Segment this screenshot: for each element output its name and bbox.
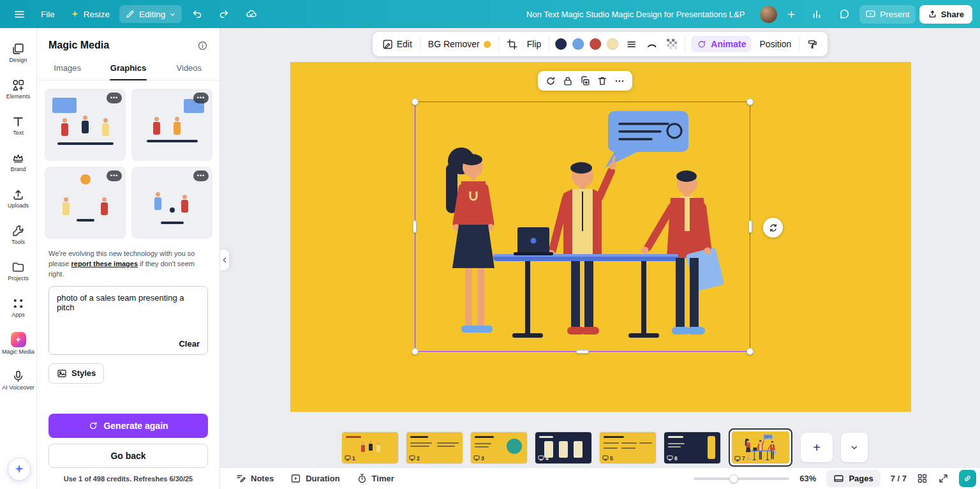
editing-mode-dropdown[interactable]: Editing bbox=[119, 5, 182, 23]
sidebar-item-brand[interactable]: Brand bbox=[1, 144, 36, 180]
thumbnail-more-button[interactable]: ••• bbox=[193, 170, 209, 181]
pages-view-button[interactable]: Pages bbox=[826, 470, 880, 487]
status-bar: Notes Duration Timer 63% Pages 7 / 7 bbox=[220, 467, 980, 489]
info-button[interactable] bbox=[197, 40, 208, 51]
page-thumbnail-6[interactable]: 6 bbox=[664, 432, 720, 463]
page-thumbnail-5[interactable]: 5 bbox=[600, 432, 656, 463]
resize-handle-bottom-right[interactable] bbox=[746, 348, 754, 355]
tab-videos[interactable]: Videos bbox=[159, 57, 219, 80]
page-thumbnail-7-selected[interactable]: 7 bbox=[729, 428, 792, 467]
bg-remover-button[interactable]: BG Remover bbox=[426, 36, 493, 52]
resize-handle-right[interactable] bbox=[748, 220, 752, 233]
thumbnail-more-button[interactable]: ••• bbox=[107, 170, 122, 181]
add-page-button[interactable]: + bbox=[801, 433, 833, 462]
resize-button[interactable]: Resize bbox=[64, 6, 115, 23]
chevron-down-icon bbox=[169, 11, 176, 18]
tab-graphics[interactable]: Graphics bbox=[98, 57, 158, 80]
comments-button[interactable] bbox=[833, 4, 856, 24]
generate-again-button[interactable]: Generate again bbox=[48, 414, 208, 438]
flip-button[interactable]: Flip bbox=[525, 36, 544, 52]
generated-graphic-1[interactable]: ••• bbox=[45, 89, 126, 161]
panel-collapse-button[interactable] bbox=[220, 249, 230, 271]
design-title[interactable]: Non Text Magic Studio Magic Design for P… bbox=[526, 10, 745, 19]
generated-graphic-2[interactable]: ••• bbox=[131, 89, 212, 161]
file-menu-button[interactable]: File bbox=[35, 6, 61, 23]
lock-icon bbox=[562, 75, 574, 87]
redo-button[interactable] bbox=[212, 4, 235, 24]
page-thumbnail-2[interactable]: 2 bbox=[406, 432, 463, 463]
delete-button[interactable] bbox=[597, 75, 608, 87]
tab-images[interactable]: Images bbox=[37, 57, 98, 80]
styles-button[interactable]: Styles bbox=[48, 363, 104, 384]
rotate-handle[interactable] bbox=[763, 218, 783, 237]
thumbnail-more-button[interactable]: ••• bbox=[193, 93, 209, 103]
insights-button[interactable] bbox=[806, 4, 829, 24]
resize-handle-bottom-left[interactable] bbox=[412, 348, 419, 355]
prompt-input[interactable]: photo of a sales team presenting a pitch bbox=[49, 287, 207, 334]
more-options-button[interactable] bbox=[614, 75, 625, 87]
link-icon bbox=[963, 474, 972, 483]
report-images-link[interactable]: report these images bbox=[71, 260, 138, 267]
lock-button[interactable] bbox=[562, 75, 574, 87]
sparkle-icon bbox=[13, 463, 25, 475]
paint-roller-icon bbox=[807, 39, 818, 50]
sidebar-item-projects[interactable]: Projects bbox=[1, 253, 36, 289]
collapse-filmstrip-button[interactable] bbox=[841, 433, 868, 462]
color-swatch-red[interactable] bbox=[590, 38, 601, 50]
page-thumbnail-4[interactable]: 4 bbox=[535, 432, 591, 463]
crop-button[interactable] bbox=[505, 36, 519, 52]
share-link-button[interactable] bbox=[959, 470, 976, 487]
go-back-button[interactable]: Go back bbox=[48, 444, 208, 468]
sidebar-item-design[interactable]: Design bbox=[1, 34, 36, 71]
generated-graphic-4[interactable]: ••• bbox=[131, 167, 212, 239]
add-member-button[interactable] bbox=[781, 6, 802, 23]
color-swatch-navy[interactable] bbox=[555, 38, 567, 50]
resize-handle-bottom[interactable] bbox=[576, 350, 589, 354]
edit-image-button[interactable]: Edit bbox=[380, 36, 414, 52]
undo-button[interactable] bbox=[186, 4, 209, 24]
pencil-icon bbox=[125, 9, 135, 19]
sidebar-item-apps[interactable]: Apps bbox=[1, 289, 36, 326]
transparency-button[interactable] bbox=[665, 36, 679, 52]
resize-handle-top-right[interactable] bbox=[746, 98, 754, 105]
folder-icon bbox=[11, 260, 25, 274]
page-thumbnail-1[interactable]: 1 bbox=[342, 432, 398, 463]
curve-button[interactable] bbox=[644, 36, 659, 52]
regenerate-button[interactable] bbox=[545, 75, 556, 87]
notes-button[interactable]: Notes bbox=[235, 473, 274, 484]
resize-handle-left[interactable] bbox=[413, 220, 417, 233]
avatar[interactable] bbox=[760, 6, 777, 23]
generated-graphic-3[interactable]: ••• bbox=[45, 167, 126, 239]
clear-prompt-button[interactable]: Clear bbox=[179, 339, 200, 349]
sidebar-item-tools[interactable]: Tools bbox=[1, 216, 36, 253]
sidebar-item-elements[interactable]: Elements bbox=[1, 71, 36, 107]
share-button[interactable]: Share bbox=[919, 5, 972, 24]
animate-button[interactable]: Animate bbox=[691, 36, 752, 52]
assistant-button[interactable] bbox=[8, 458, 31, 481]
sidebar-item-text[interactable]: Text bbox=[1, 107, 36, 144]
color-swatch-cream[interactable] bbox=[607, 38, 618, 50]
zoom-slider-thumb[interactable] bbox=[729, 474, 738, 483]
timer-button[interactable]: Timer bbox=[357, 473, 394, 484]
present-button[interactable]: Present bbox=[859, 5, 916, 24]
sidebar-item-ai-voiceover[interactable]: AI Voiceover bbox=[1, 362, 36, 398]
selected-team-illustration[interactable] bbox=[415, 102, 750, 351]
page-indicator: 7 / 7 bbox=[891, 474, 907, 483]
page-thumbnail-3[interactable]: 3 bbox=[471, 432, 527, 463]
thumbnail-more-button[interactable]: ••• bbox=[107, 93, 122, 103]
fullscreen-button[interactable] bbox=[938, 473, 949, 484]
apps-grid-icon bbox=[11, 297, 25, 310]
color-swatch-blue[interactable] bbox=[572, 38, 584, 50]
duplicate-button[interactable] bbox=[579, 75, 591, 87]
sidebar-item-uploads[interactable]: Uploads bbox=[1, 180, 36, 216]
grid-view-button[interactable] bbox=[917, 473, 928, 484]
line-options-button[interactable] bbox=[624, 36, 639, 52]
zoom-slider[interactable] bbox=[694, 478, 789, 480]
copy-style-button[interactable] bbox=[805, 36, 820, 52]
slide-canvas[interactable] bbox=[290, 62, 911, 412]
duration-button[interactable]: Duration bbox=[290, 473, 339, 484]
sidebar-item-magic-media[interactable]: Magic Media bbox=[1, 326, 36, 362]
resize-handle-top-left[interactable] bbox=[412, 98, 419, 105]
main-menu-button[interactable] bbox=[8, 4, 31, 24]
position-button[interactable]: Position bbox=[758, 36, 794, 52]
